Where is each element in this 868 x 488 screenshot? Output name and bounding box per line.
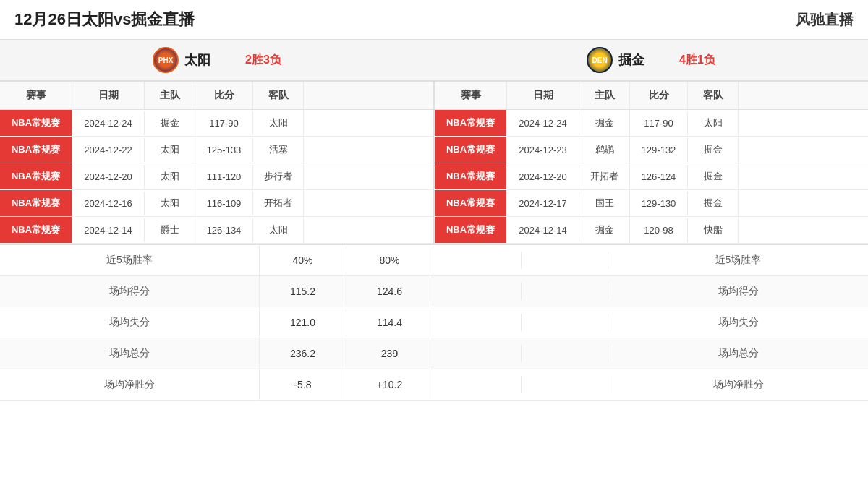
right-game-row: NBA常规赛 2024-12-24 掘金 117-90 太阳 — [435, 110, 868, 137]
right-col-headers: 赛事 日期 主队 比分 客队 — [435, 82, 868, 110]
right-col-3: 比分 — [630, 82, 688, 109]
stat-val-mid-left: 80% — [346, 246, 433, 275]
right-col-2: 主队 — [579, 82, 630, 109]
game-date: 2024-12-24 — [72, 111, 145, 135]
left-game-row: NBA常规赛 2024-12-14 爵士 126-134 太阳 — [0, 217, 433, 244]
game-home: 太阳 — [145, 190, 195, 216]
game-away: 活塞 — [253, 137, 304, 163]
right-games-rows: NBA常规赛 2024-12-24 掘金 117-90 太阳 NBA常规赛 20… — [435, 110, 868, 244]
game-home: 爵士 — [145, 217, 195, 243]
game-type: NBA常规赛 — [0, 190, 72, 216]
stat-val-mid-right — [435, 283, 522, 300]
game-score: 117-90 — [630, 111, 688, 135]
den-logo: DEN — [587, 47, 613, 73]
stat-val-right — [522, 345, 608, 362]
right-col-0: 赛事 — [435, 82, 507, 109]
stat-val-left: 121.0 — [260, 308, 346, 337]
game-away: 快船 — [688, 217, 739, 243]
right-games-section: 赛事 日期 主队 比分 客队 NBA常规赛 2024-12-24 掘金 117-… — [435, 82, 868, 244]
game-away: 步行者 — [253, 163, 304, 189]
left-col-headers: 赛事 日期 主队 比分 客队 — [0, 82, 433, 110]
stat-row: 场均净胜分 -5.8 +10.2 场均净胜分 — [0, 369, 868, 401]
left-col-3: 比分 — [195, 82, 253, 109]
game-score: 120-98 — [630, 218, 688, 242]
game-type: NBA常规赛 — [435, 110, 507, 136]
stat-row: 场均总分 236.2 239 场均总分 — [0, 338, 868, 369]
stat-val-mid-right — [435, 314, 522, 331]
stat-val-left: 236.2 — [260, 339, 346, 368]
page-title: 12月26日太阳vs掘金直播 — [14, 9, 195, 30]
right-game-row: NBA常规赛 2024-12-14 掘金 120-98 快船 — [435, 217, 868, 244]
game-type: NBA常规赛 — [435, 190, 507, 216]
game-type: NBA常规赛 — [0, 110, 72, 136]
right-team-name: 掘金 — [618, 51, 644, 69]
left-col-2: 主队 — [145, 82, 195, 109]
game-score: 126-124 — [630, 165, 688, 189]
left-col-1: 日期 — [72, 82, 145, 109]
game-away: 掘金 — [688, 137, 739, 163]
game-home: 掘金 — [145, 110, 195, 136]
right-game-row: NBA常规赛 2024-12-20 开拓者 126-124 掘金 — [435, 163, 868, 190]
right-game-row: NBA常规赛 2024-12-17 国王 129-130 掘金 — [435, 190, 868, 217]
game-away: 太阳 — [688, 110, 739, 136]
stat-label-right: 场均失分 — [608, 307, 868, 338]
game-date: 2024-12-20 — [507, 165, 579, 189]
left-team-record: 2胜3负 — [245, 53, 281, 68]
stat-row: 近5场胜率 40% 80% 近5场胜率 — [0, 245, 868, 276]
game-date: 2024-12-16 — [72, 192, 145, 215]
game-date: 2024-12-14 — [507, 218, 579, 242]
stat-label-right: 场均总分 — [608, 338, 868, 369]
stat-val-left: -5.8 — [260, 370, 346, 399]
page-header: 12月26日太阳vs掘金直播 风驰直播 — [0, 0, 868, 39]
game-score: 116-109 — [195, 192, 253, 215]
game-date: 2024-12-24 — [507, 111, 579, 135]
game-date: 2024-12-14 — [72, 218, 145, 242]
game-away: 掘金 — [688, 190, 739, 216]
left-team-header: PHX 太阳 2胜3负 — [0, 40, 434, 80]
game-away: 太阳 — [253, 110, 304, 136]
stat-label-left: 场均净胜分 — [0, 369, 260, 400]
stat-label-left: 场均得分 — [0, 276, 260, 307]
left-col-0: 赛事 — [0, 82, 72, 109]
game-away: 开拓者 — [253, 190, 304, 216]
game-type: NBA常规赛 — [0, 217, 72, 243]
game-score: 125-133 — [195, 138, 253, 162]
stat-val-mid-left: 239 — [346, 339, 433, 368]
game-type: NBA常规赛 — [435, 163, 507, 189]
game-score: 111-120 — [195, 165, 253, 189]
stat-val-right — [522, 252, 608, 269]
game-type: NBA常规赛 — [0, 163, 72, 189]
right-game-row: NBA常规赛 2024-12-23 鹈鹕 129-132 掘金 — [435, 137, 868, 163]
stat-val-right — [522, 283, 608, 300]
right-team-record: 4胜1负 — [679, 53, 715, 68]
stat-row: 场均得分 115.2 124.6 场均得分 — [0, 276, 868, 307]
game-home: 太阳 — [145, 163, 195, 189]
right-col-1: 日期 — [507, 82, 579, 109]
right-col-4: 客队 — [688, 82, 739, 109]
game-type: NBA常规赛 — [0, 137, 72, 163]
game-home: 国王 — [579, 190, 630, 216]
game-home: 太阳 — [145, 137, 195, 163]
game-away: 太阳 — [253, 217, 304, 243]
stat-val-mid-left: 124.6 — [346, 277, 433, 306]
game-date: 2024-12-22 — [72, 138, 145, 162]
stat-label-right: 场均得分 — [608, 276, 868, 307]
stat-row: 场均失分 121.0 114.4 场均失分 — [0, 307, 868, 338]
stat-label-left: 场均总分 — [0, 338, 260, 369]
stat-val-mid-left: +10.2 — [346, 370, 433, 399]
stat-val-right — [522, 376, 608, 393]
games-section: 赛事 日期 主队 比分 客队 NBA常规赛 2024-12-24 掘金 117-… — [0, 81, 868, 244]
game-score: 129-132 — [630, 138, 688, 162]
right-team-header: DEN 掘金 4胜1负 — [434, 40, 868, 80]
stats-section: 近5场胜率 40% 80% 近5场胜率 场均得分 115.2 124.6 场均得… — [0, 244, 868, 401]
game-date: 2024-12-23 — [507, 138, 579, 162]
game-score: 126-134 — [195, 218, 253, 242]
game-type: NBA常规赛 — [435, 137, 507, 163]
stat-label-right: 近5场胜率 — [608, 245, 868, 275]
teams-header: PHX 太阳 2胜3负 DEN 掘金 4胜1负 — [0, 39, 868, 81]
stat-label-left: 近5场胜率 — [0, 245, 260, 275]
left-game-row: NBA常规赛 2024-12-22 太阳 125-133 活塞 — [0, 137, 433, 163]
left-col-4: 客队 — [253, 82, 304, 109]
left-game-row: NBA常规赛 2024-12-16 太阳 116-109 开拓者 — [0, 190, 433, 217]
game-home: 鹈鹕 — [579, 137, 630, 163]
